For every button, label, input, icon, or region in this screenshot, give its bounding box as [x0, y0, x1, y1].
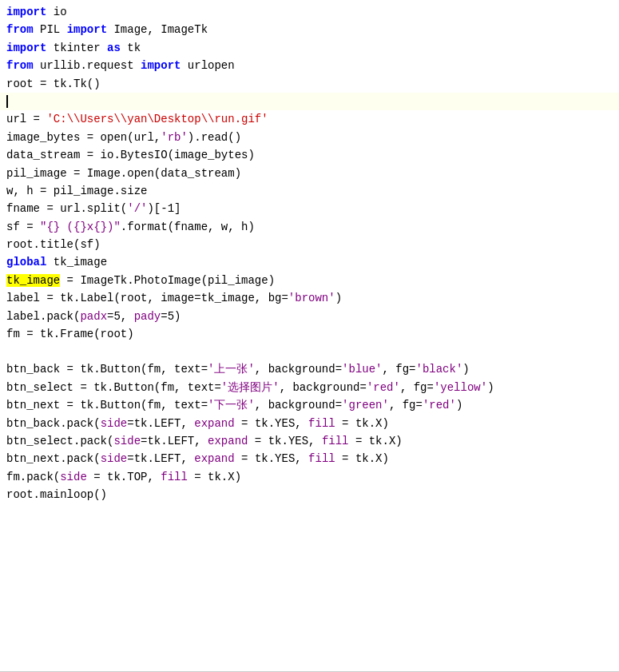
code-line-4: from urllib.request import urlopen: [0, 57, 619, 74]
code-line-24: btn_back.pack(side=tk.LEFT, expand = tk.…: [0, 415, 619, 432]
code-editor: import iofrom PIL import Image, ImageTki…: [0, 0, 619, 672]
code-line-26: btn_next.pack(side=tk.LEFT, expand = tk.…: [0, 450, 619, 467]
code-line-16: tk_image = ImageTk.PhotoImage(pil_image): [0, 272, 619, 289]
code-line-6: [0, 93, 619, 110]
code-line-25: btn_select.pack(side=tk.LEFT, expand = t…: [0, 432, 619, 450]
code-line-3: import tkinter as tk: [0, 39, 619, 57]
code-line-9: data_stream = io.BytesIO(image_bytes): [0, 146, 619, 164]
code-line-11: w, h = pil_image.size: [0, 182, 619, 200]
code-line-19: fm = tk.Frame(root): [0, 325, 619, 343]
code-line-17: label = tk.Label(root, image=tk_image, b…: [0, 289, 619, 307]
code-line-2: from PIL import Image, ImageTk: [0, 21, 619, 38]
code-line-21: btn_back = tk.Button(fm, text='上一张', bac…: [0, 360, 619, 378]
code-line-15: global tk_image: [0, 253, 619, 271]
code-line-23: btn_next = tk.Button(fm, text='下一张', bac…: [0, 396, 619, 414]
code-line-13: sf = "{} ({}x{})".format(fname, w, h): [0, 218, 619, 236]
code-line-18: label.pack(padx=5, pady=5): [0, 308, 619, 325]
code-line-22: btn_select = tk.Button(fm, text='选择图片', …: [0, 379, 619, 396]
code-line-1: import io: [0, 3, 619, 21]
code-line-28: root.mainloop(): [0, 486, 619, 503]
code-line-14: root.title(sf): [0, 236, 619, 253]
code-line-27: fm.pack(side = tk.TOP, fill = tk.X): [0, 468, 619, 486]
code-line-10: pil_image = Image.open(data_stream): [0, 165, 619, 182]
code-line-12: fname = url.split('/')[-1]: [0, 200, 619, 217]
code-line-5: root = tk.Tk(): [0, 75, 619, 93]
code-line-20: [0, 343, 619, 360]
code-line-8: image_bytes = open(url,'rb').read(): [0, 129, 619, 146]
code-line-7: url = 'C:\\Users\\yan\Desktop\\run.gif': [0, 110, 619, 128]
